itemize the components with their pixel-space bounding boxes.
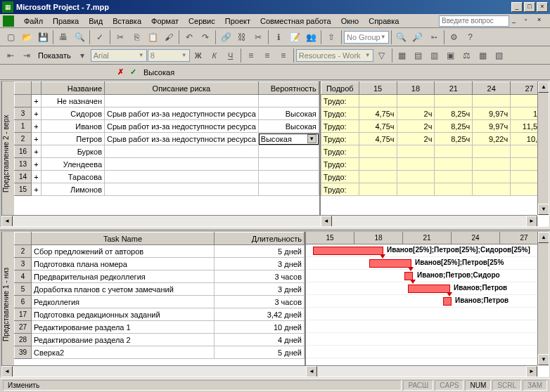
table-row[interactable]: 39Сверка25 дней — [15, 346, 305, 359]
gantt-vscroll[interactable]: ▲▼ — [537, 232, 549, 365]
underline-icon[interactable]: Ч — [223, 48, 238, 63]
col-duration[interactable]: Длительность — [215, 233, 305, 245]
goto-icon[interactable]: ➳ — [426, 30, 442, 45]
expand-icon[interactable]: + — [32, 158, 41, 171]
paste-icon[interactable]: 📋 — [145, 30, 160, 45]
cancel-icon[interactable]: ✗ — [114, 66, 127, 79]
group-combo[interactable]: No Group▼ — [344, 31, 389, 44]
wizard-icon[interactable]: ⚙ — [447, 30, 462, 45]
chevron-down-icon[interactable]: ▼ — [307, 134, 316, 143]
info-icon[interactable]: ℹ — [271, 30, 286, 45]
table-row[interactable]: 1+ИвановСрыв работ из-за недоступности р… — [15, 120, 319, 133]
table-row[interactable]: 13+Улендеева — [15, 158, 319, 171]
size-combo[interactable]: 8▼ — [148, 49, 190, 62]
menu-help[interactable]: Справка — [364, 15, 403, 27]
view6-icon[interactable]: ▦ — [475, 48, 491, 63]
pane-splitter[interactable] — [0, 228, 550, 230]
doc-max-button[interactable]: ▫ — [525, 16, 535, 26]
expand-icon[interactable]: + — [32, 183, 41, 196]
gantt-bar[interactable] — [369, 259, 411, 268]
table-row[interactable]: 15+Лимонов — [15, 183, 319, 196]
new-icon[interactable]: ▢ — [3, 30, 18, 45]
view1-icon[interactable]: ▦ — [395, 48, 410, 63]
table-row[interactable]: 6Редколлегия3 часов — [15, 296, 305, 308]
font-combo[interactable]: Arial▼ — [91, 49, 147, 62]
indent-icon[interactable]: ⇥ — [19, 48, 34, 63]
col-name[interactable]: Название — [41, 82, 105, 95]
italic-icon[interactable]: К — [207, 48, 222, 63]
col-prob[interactable]: Вероятность — [258, 82, 319, 95]
split-icon[interactable]: ✂ — [250, 30, 266, 45]
corner-cell[interactable] — [15, 82, 32, 95]
table-row[interactable]: 27Редактирование раздела 110 дней — [15, 321, 305, 334]
expand-icon[interactable]: + — [32, 133, 41, 145]
align-center-icon[interactable]: ≡ — [260, 48, 275, 63]
redo-icon[interactable]: ↷ — [198, 30, 213, 45]
gantt-chart[interactable]: 15 18 21 24 27 Иванов[25%];Петров[25%];С… — [306, 232, 549, 377]
gantt-bar[interactable] — [443, 297, 452, 306]
copy-icon[interactable]: ⎘ — [129, 30, 144, 45]
accept-icon[interactable]: ✓ — [127, 66, 139, 79]
menu-project[interactable]: Проект — [221, 15, 255, 27]
table-row[interactable]: 2+ПетровСрыв работ из-за недоступности р… — [15, 133, 319, 145]
table-row[interactable]: 3Подготовка плана номера3 дней — [15, 258, 305, 270]
align-left-icon[interactable]: ≡ — [243, 48, 259, 63]
gantt-hscroll[interactable]: ◄► — [306, 365, 537, 377]
col-taskname[interactable]: Task Name — [32, 233, 215, 245]
table-row[interactable]: 2Сбор предложений от авторов5 дней — [15, 245, 305, 258]
help-question-input[interactable] — [439, 15, 509, 27]
show-dropdown-icon[interactable]: ▾ — [75, 48, 90, 63]
table-row[interactable]: 5Доработка планов с учетом замечаний3 дн… — [15, 283, 305, 296]
expand-icon[interactable]: + — [32, 107, 41, 120]
menu-view[interactable]: Вид — [84, 15, 107, 27]
spell-icon[interactable]: ✓ — [92, 30, 108, 45]
usage-hscroll[interactable]: ◄► — [321, 215, 537, 226]
view7-icon[interactable]: ▧ — [492, 48, 507, 63]
cut-icon[interactable]: ✂ — [113, 30, 128, 45]
table-row[interactable]: 28Редактирование раздела 24 дней — [15, 334, 305, 346]
probability-dropdown[interactable]: Высокая▼ — [259, 133, 319, 145]
undo-icon[interactable]: ↶ — [181, 30, 197, 45]
resources-combo[interactable]: Resources - Work▼ — [296, 49, 373, 62]
menu-collab[interactable]: Совместная работа — [256, 15, 335, 27]
maximize-button[interactable]: □ — [524, 2, 535, 12]
menu-file[interactable]: Файл — [20, 15, 47, 27]
filter-icon[interactable]: ▽ — [374, 48, 390, 63]
menu-edit[interactable]: Правка — [49, 15, 83, 27]
expand-icon[interactable]: + — [32, 145, 41, 158]
formula-value[interactable]: Высокая — [139, 68, 174, 77]
print-icon[interactable]: 🖶 — [56, 30, 71, 45]
unlink-icon[interactable]: ⛓ — [234, 30, 250, 45]
table-row[interactable]: 17Подготовка редакционных заданий3,42 дн… — [15, 308, 305, 321]
usage-vscroll[interactable]: ▲▼ — [537, 81, 549, 215]
outdent-icon[interactable]: ⇤ — [3, 48, 18, 63]
zoom-in-icon[interactable]: 🔎 — [410, 30, 426, 45]
notes-icon[interactable]: 📝 — [287, 30, 302, 45]
format-painter-icon[interactable]: 🖌 — [161, 30, 177, 45]
table-row[interactable]: +Не назначен — [15, 95, 319, 107]
close-button[interactable]: × — [537, 2, 548, 12]
doc-restore-button[interactable]: _ — [512, 16, 522, 26]
view3-icon[interactable]: ▥ — [427, 48, 442, 63]
table-row[interactable]: 3+СидоровСрыв работ из-за недоступности … — [15, 107, 319, 120]
table-row[interactable]: 4Предварительная редколлегия3 часов — [15, 270, 305, 283]
preview-icon[interactable]: 🔍 — [72, 30, 87, 45]
expand-icon[interactable]: + — [32, 95, 41, 107]
publish-icon[interactable]: ⇧ — [324, 30, 339, 45]
risk-grid[interactable]: Название Описание риска Вероятность +Не … — [14, 81, 321, 226]
menu-format[interactable]: Формат — [147, 15, 183, 27]
table-row[interactable]: 14+Тарасова — [15, 171, 319, 183]
minimize-button[interactable]: _ — [511, 2, 523, 12]
task-grid[interactable]: Task Name Длительность 2Сбор предложений… — [14, 232, 306, 377]
assign-icon[interactable]: 👥 — [303, 30, 319, 45]
gantt-bar[interactable] — [408, 285, 450, 293]
col-desc[interactable]: Описание риска — [105, 82, 259, 95]
expand-icon[interactable]: + — [32, 120, 41, 133]
expand-icon[interactable]: + — [32, 171, 41, 183]
gantt-bar[interactable] — [313, 247, 383, 255]
zoom-out-icon[interactable]: 🔍 — [394, 30, 409, 45]
col-detail[interactable]: Подроб — [321, 82, 359, 95]
save-icon[interactable]: 💾 — [35, 30, 51, 45]
view2-icon[interactable]: ▤ — [411, 48, 426, 63]
open-icon[interactable]: 📂 — [19, 30, 34, 45]
